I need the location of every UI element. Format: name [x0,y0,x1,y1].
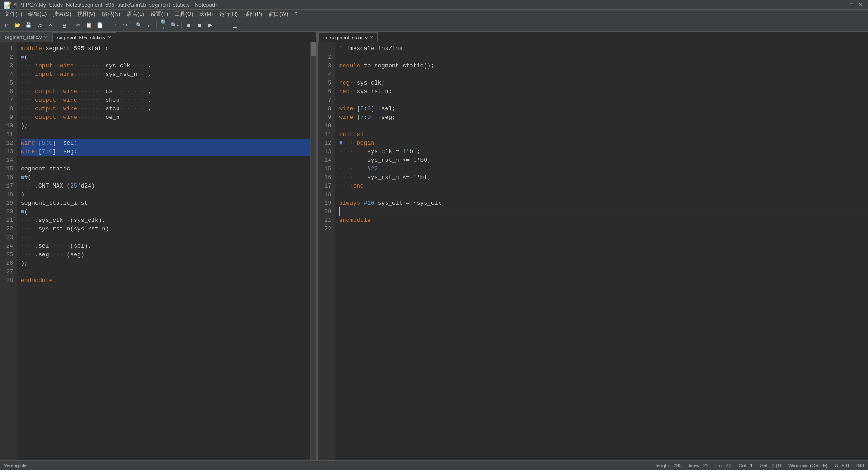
code-line: module·tb_segment_static(); [339,61,868,70]
code-line: ···· sys_clk·=·1'b1; [339,147,868,156]
code-line: ····.sel······(sel), [21,242,310,250]
code-line [339,225,868,233]
code-line: wire·[5:0]··sel; [21,139,310,147]
toolbar-open[interactable]: 📂 [13,20,23,30]
code-line: ···· [21,79,310,87]
code-line: ···· #20 [339,164,868,173]
menu-edit[interactable]: 编辑(E) [26,10,49,19]
code-line: ····input··wire·········sys_rst_n···, [21,70,310,79]
pane-right: tb_segment_static.v ✕ 123456789101112131… [318,32,868,460]
code-content-left[interactable]: module·segment_595_static■(····input··wi… [17,42,310,460]
toolbar-save-all[interactable]: 🗂 [34,20,44,30]
pane-left-tab-bar: segment_static.v ✕ segment_595_static.v … [0,32,316,42]
toolbar-copy[interactable]: 📋 [84,20,94,30]
tab-tb-segment-static[interactable]: tb_segment_static.v ✕ [318,32,378,42]
menu-view[interactable]: 视图(V) [75,10,98,19]
code-line: ····.sys_clk··(sys_clk), [21,216,310,225]
toolbar-find[interactable]: 🔍 [134,20,144,30]
status-sel: Sel : 0 | 0 [760,463,781,468]
code-line: ■····begin [339,139,868,147]
code-line [21,268,310,276]
toolbar-sep1 [57,21,57,29]
code-content-right[interactable]: `timescale·1ns/1nsmodule·tb_segment_stat… [335,42,868,460]
code-line [339,207,868,216]
status-charset: UTF-8 [835,463,849,468]
line-numbers-right: 12345678910111213141516171819202122 [318,42,335,460]
code-line: ···· sys_rst_n·<=·1'b0; [339,156,868,164]
status-bar: Verilog file length : 295 lines : 22 Ln … [0,460,868,470]
toolbar-replace[interactable]: ⇄ [145,20,155,30]
menu-plugins[interactable]: 插件(P) [241,10,265,19]
code-editor-right[interactable]: 12345678910111213141516171819202122 `tim… [318,42,868,460]
tab-segment-595-static[interactable]: segment_595_static.v ✕ [52,32,116,42]
status-col: Col : 1 [739,463,753,468]
toolbar-sep6 [181,21,182,29]
menu-search[interactable]: 搜索(S) [50,10,74,19]
menu-tools[interactable]: 工具(O) [172,10,196,19]
code-line: reg··sys_clk; [339,79,868,87]
code-line: ····end [339,182,868,190]
menu-help[interactable]: ? [292,10,300,19]
scrollbar-left[interactable] [310,42,316,460]
tab-close-icon[interactable]: ✕ [108,35,111,40]
tab-label: segment_static.v [5,34,42,40]
code-line: ····output··wire········ds··········, [21,87,310,96]
menu-settings[interactable]: 设置(T) [148,10,171,19]
menu-macro[interactable]: 宏(M) [197,10,216,19]
toolbar-sep7 [217,21,217,29]
code-line: ····.CNT_MAX·(25'd24) [21,182,310,190]
tab-close-icon[interactable]: ✕ [369,35,373,40]
tab-label: tb_segment_static.v [323,35,368,40]
code-editor-left[interactable]: 1234567891011121314151617181920212223242… [0,42,316,460]
status-ln: Ln : 20 [716,463,731,468]
code-line: ····input··wire·········sys_clk·····, [21,61,310,70]
title-text: *F:\FPGA\My_Study_Notes\segment_595_stat… [14,2,222,8]
menu-encode[interactable]: 编码(N) [99,10,123,19]
menu-bar: 文件(F) 编辑(E) 搜索(S) 视图(V) 编码(N) 语言(L) 设置(T… [0,10,868,19]
status-encoding: Windows (CR LF) [788,463,828,468]
minimize-button[interactable]: — [838,2,846,8]
toolbar-split-v[interactable]: ▕ [219,20,229,30]
tab-segment-static[interactable]: segment_static.v ✕ [0,32,52,42]
pane-left: segment_static.v ✕ segment_595_static.v … [0,32,316,460]
code-line: ····output··wire········stcp········, [21,104,310,113]
scrollbar-thumb-left[interactable] [311,42,316,56]
code-line: ■( [21,207,310,216]
toolbar-macro-stop[interactable]: ⏹ [194,20,204,30]
tab-close-icon[interactable]: ✕ [44,35,47,40]
toolbar-zoom-in[interactable]: 🔍+ [159,20,169,30]
status-insert: INS [856,463,864,468]
menu-window[interactable]: 窗口(W) [266,10,291,19]
code-line [339,190,868,199]
code-line: wire·[5:0]··sel; [339,104,868,113]
toolbar-macro-play[interactable]: ▶ [205,20,215,30]
toolbar-undo[interactable]: ↩ [109,20,119,30]
code-line [339,122,868,130]
toolbar-sep4 [132,21,132,29]
code-line [339,96,868,104]
close-button[interactable]: ✕ [857,2,864,8]
code-line: ····.seg·····(seg) [21,250,310,259]
code-line: always·#10·sys_clk·=·~sys_clk; [339,199,868,207]
menu-file[interactable]: 文件(F) [2,10,25,19]
toolbar-redo[interactable]: ↪ [120,20,130,30]
maximize-button[interactable]: □ [848,2,855,8]
toolbar-save[interactable]: 💾 [24,20,33,30]
toolbar-cut[interactable]: ✂ [73,20,83,30]
code-line: ) [21,190,310,199]
toolbar-macro-record[interactable]: ⏺ [184,20,193,30]
title-bar: 📝 *F:\FPGA\My_Study_Notes\segment_595_st… [0,0,868,10]
menu-language[interactable]: 语言(L) [124,10,147,19]
toolbar-new[interactable]: 🗋 [2,20,12,30]
line-numbers-left: 1234567891011121314151617181920212223242… [0,42,17,460]
toolbar-split-h[interactable]: ▁ [230,20,240,30]
menu-run[interactable]: 运行(R) [217,10,241,19]
toolbar-zoom-out[interactable]: 🔍- [170,20,179,30]
code-line: wire·[7:0]··seg; [21,147,310,156]
toolbar-print[interactable]: 🖨 [59,20,69,30]
toolbar-close[interactable]: ✕ [45,20,55,30]
code-line: endmodule [21,276,310,285]
toolbar-paste[interactable]: 📄 [95,20,105,30]
code-line: segment_static_inst [21,199,310,207]
code-line [21,156,310,164]
